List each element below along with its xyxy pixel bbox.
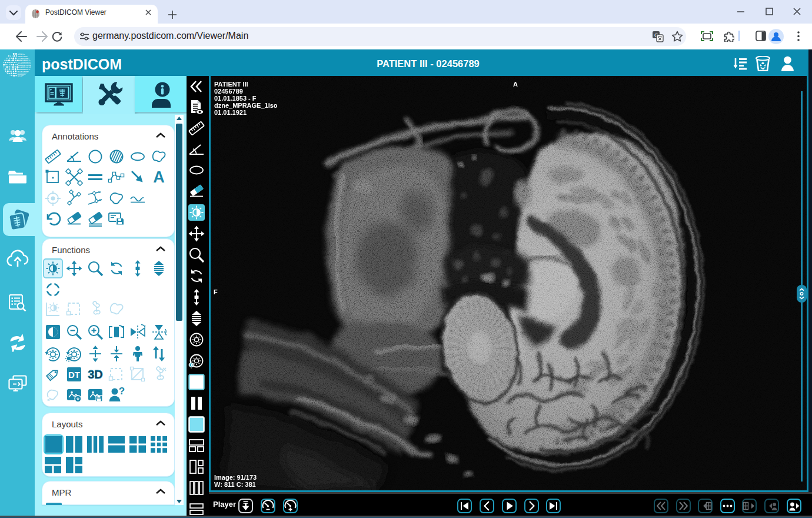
svg-text:000111011: 000111011 — [18, 77, 32, 78]
svg-text:DT: DT — [68, 370, 80, 380]
svg-text:3D: 3D — [88, 368, 103, 381]
svg-text:A: A — [153, 168, 165, 186]
svg-text:?: ? — [119, 386, 125, 397]
